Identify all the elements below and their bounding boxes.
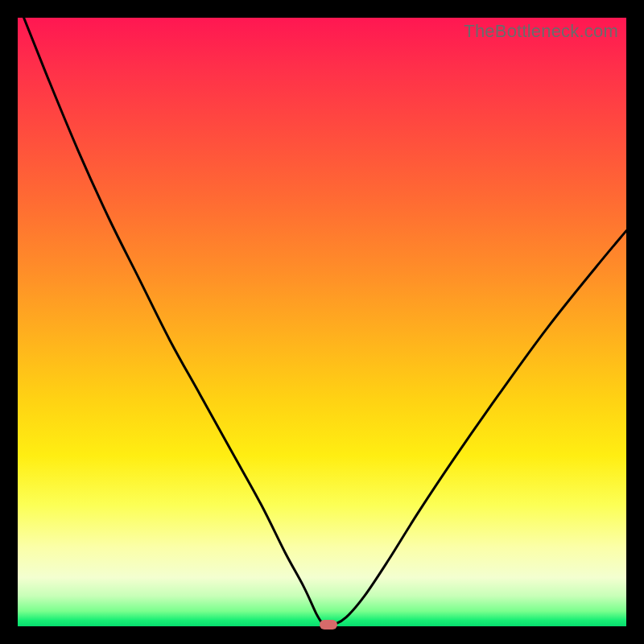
- chart-frame: TheBottleneck.com: [0, 0, 644, 644]
- plot-area: TheBottleneck.com: [18, 18, 626, 626]
- bottleneck-curve: [18, 18, 626, 626]
- minimum-marker: [320, 620, 337, 630]
